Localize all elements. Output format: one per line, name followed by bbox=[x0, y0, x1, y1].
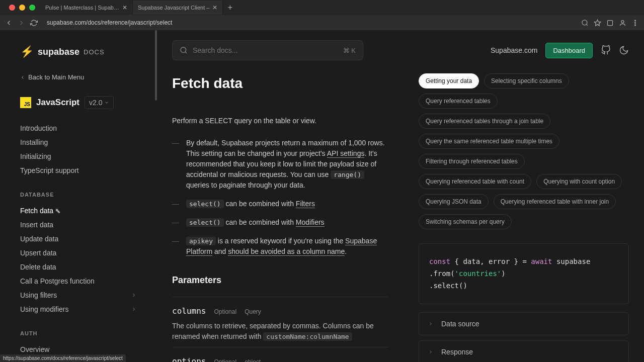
article: Fetch data Perform a SELECT query on the… bbox=[172, 70, 388, 362]
theme-toggle-icon[interactable] bbox=[619, 45, 629, 55]
nav-forward-icon[interactable] bbox=[18, 19, 25, 27]
sidebar-item-upsert-data[interactable]: Upsert data bbox=[20, 246, 137, 260]
logo-text: supabase bbox=[38, 47, 79, 57]
avoid-column-name-link[interactable]: should be avoided as a column name bbox=[228, 247, 345, 256]
address-bar[interactable]: supabase.com/docs/reference/javascript/s… bbox=[43, 19, 576, 26]
sidebar: ⚡ supabase DOCS Back to Main Menu JS Jav… bbox=[0, 30, 157, 362]
back-to-main-menu-link[interactable]: Back to Main Menu bbox=[20, 73, 137, 81]
tab-title: Pulse | Masterclass | Supab… bbox=[45, 5, 119, 11]
sidebar-item-label: Installing bbox=[20, 138, 48, 146]
modifiers-link[interactable]: Modifiers bbox=[296, 218, 325, 227]
example-chip[interactable]: Querying referenced table with inner joi… bbox=[494, 194, 616, 209]
maximize-window-icon[interactable] bbox=[29, 5, 35, 11]
sidebar-item-installing[interactable]: Installing bbox=[20, 135, 137, 149]
sidebar-item-update-data[interactable]: Update data bbox=[20, 232, 137, 246]
example-chip[interactable]: Selecting specific columns bbox=[484, 73, 569, 88]
sidebar-section-database: DATABASE bbox=[20, 192, 137, 198]
sidebar-item-initializing[interactable]: Initializing bbox=[20, 149, 137, 163]
browser-tab-inactive[interactable]: Pulse | Masterclass | Supab… ✕ bbox=[40, 1, 133, 15]
search-icon bbox=[180, 46, 188, 54]
bookmark-icon[interactable] bbox=[594, 19, 601, 27]
sidebar-item-label: Overview bbox=[20, 345, 49, 353]
extensions-icon[interactable] bbox=[606, 19, 614, 27]
logo[interactable]: ⚡ supabase DOCS bbox=[20, 45, 137, 58]
sidebar-item-introduction[interactable]: Introduction bbox=[20, 121, 137, 135]
svg-point-4 bbox=[621, 20, 624, 23]
example-chip[interactable]: Getting your data bbox=[419, 73, 479, 88]
reload-icon[interactable] bbox=[30, 19, 38, 27]
bullet-item: — select() can be combined with Modifier… bbox=[172, 217, 388, 228]
close-tab-icon[interactable]: ✕ bbox=[122, 4, 127, 11]
body-text: and bbox=[212, 247, 228, 255]
example-chip[interactable]: Filtering through referenced tables bbox=[419, 154, 525, 169]
example-chip[interactable]: Querying with count option bbox=[536, 174, 622, 189]
close-tab-icon[interactable]: ✕ bbox=[212, 4, 217, 11]
svg-marker-2 bbox=[594, 20, 601, 26]
profile-icon[interactable] bbox=[619, 19, 626, 27]
chevron-right-icon bbox=[428, 349, 433, 354]
sidebar-item-insert-data[interactable]: Insert data bbox=[20, 218, 137, 232]
sidebar-item-call-postgres[interactable]: Call a Postgres function bbox=[20, 274, 137, 288]
sidebar-item-label: Fetch data bbox=[20, 207, 53, 215]
data-source-accordion[interactable]: Data source bbox=[419, 312, 629, 335]
search-placeholder: Search docs... bbox=[193, 46, 338, 54]
chevron-left-icon bbox=[20, 75, 25, 80]
nav-back-icon[interactable] bbox=[5, 19, 13, 27]
param-tag: Optional bbox=[214, 308, 236, 315]
body-text: is a reserved keyword if you're using th… bbox=[216, 237, 345, 245]
browser-tab-bar: Pulse | Masterclass | Supab… ✕ Supabase … bbox=[0, 0, 644, 15]
svg-point-5 bbox=[635, 20, 636, 21]
github-icon[interactable] bbox=[601, 45, 611, 55]
sidebar-item-label: Using modifiers bbox=[20, 305, 68, 313]
param-name: options bbox=[172, 356, 206, 362]
zoom-icon[interactable] bbox=[581, 19, 589, 27]
chevron-down-icon bbox=[104, 100, 109, 105]
example-chip[interactable]: Querying JSON data bbox=[419, 194, 489, 209]
body-text: can be combined with bbox=[224, 218, 296, 226]
api-settings-link[interactable]: API settings bbox=[327, 149, 365, 158]
search-input[interactable]: Search docs... ⌘ K bbox=[172, 40, 363, 60]
code-sample[interactable]: const { data, error } = await supabase .… bbox=[419, 243, 629, 304]
browser-tab-active[interactable]: Supabase Javascript Client – ✕ bbox=[133, 1, 223, 15]
sidebar-item-using-filters[interactable]: Using filters bbox=[20, 288, 137, 302]
response-accordion[interactable]: Response bbox=[419, 340, 629, 362]
supabase-logo-icon: ⚡ bbox=[20, 45, 34, 58]
example-chip[interactable]: Querying referenced table with count bbox=[419, 174, 531, 189]
example-chip[interactable]: Query referenced tables through a join t… bbox=[419, 114, 550, 129]
inline-code: select() bbox=[186, 218, 224, 227]
supabase-com-link[interactable]: Supabase.com bbox=[491, 46, 537, 54]
body-text: queries to paginate through your data. bbox=[186, 181, 305, 189]
param-tag: object bbox=[245, 358, 261, 362]
sidebar-item-fetch-data[interactable]: Fetch data⬉ bbox=[20, 204, 137, 218]
browser-status-bar: https://supabase.com/docs/reference/java… bbox=[0, 354, 126, 362]
example-chip[interactable]: Query referenced tables bbox=[419, 94, 498, 109]
svg-point-8 bbox=[181, 47, 186, 53]
sidebar-section-auth: AUTH bbox=[20, 330, 137, 336]
param-name: columns bbox=[172, 306, 206, 316]
logo-docs-label: DOCS bbox=[84, 48, 105, 56]
param-description: The columns to retrieve, separated by co… bbox=[172, 321, 388, 342]
param-tag: Query bbox=[245, 308, 261, 315]
window-controls[interactable] bbox=[4, 5, 40, 11]
accordion-label: Data source bbox=[441, 320, 479, 328]
bullet-item: — apikey is a reserved keyword if you're… bbox=[172, 236, 388, 257]
example-chip-group: Getting your data Selecting specific col… bbox=[419, 73, 629, 229]
search-shortcut: ⌘ K bbox=[343, 47, 356, 54]
minimize-window-icon[interactable] bbox=[19, 5, 25, 11]
sidebar-item-using-modifiers[interactable]: Using modifiers bbox=[20, 302, 137, 316]
sidebar-item-typescript[interactable]: TypeScript support bbox=[20, 163, 137, 177]
svg-line-9 bbox=[185, 52, 187, 53]
sidebar-item-delete-data[interactable]: Delete data bbox=[20, 260, 137, 274]
filters-link[interactable]: Filters bbox=[296, 200, 315, 208]
dashboard-button[interactable]: Dashboard bbox=[545, 43, 593, 58]
example-chip[interactable]: Query the same referenced table multiple… bbox=[419, 134, 559, 149]
param-options: options Optional object bbox=[172, 347, 388, 362]
menu-icon[interactable] bbox=[631, 19, 639, 27]
sidebar-item-label: Call a Postgres function bbox=[20, 277, 95, 285]
sidebar-item-label: Using filters bbox=[20, 291, 57, 299]
example-chip[interactable]: Switching schemas per query bbox=[419, 214, 512, 229]
version-dropdown[interactable]: v2.0 bbox=[85, 96, 114, 109]
new-tab-button[interactable]: + bbox=[223, 3, 237, 12]
svg-point-7 bbox=[635, 24, 636, 25]
close-window-icon[interactable] bbox=[9, 5, 15, 11]
